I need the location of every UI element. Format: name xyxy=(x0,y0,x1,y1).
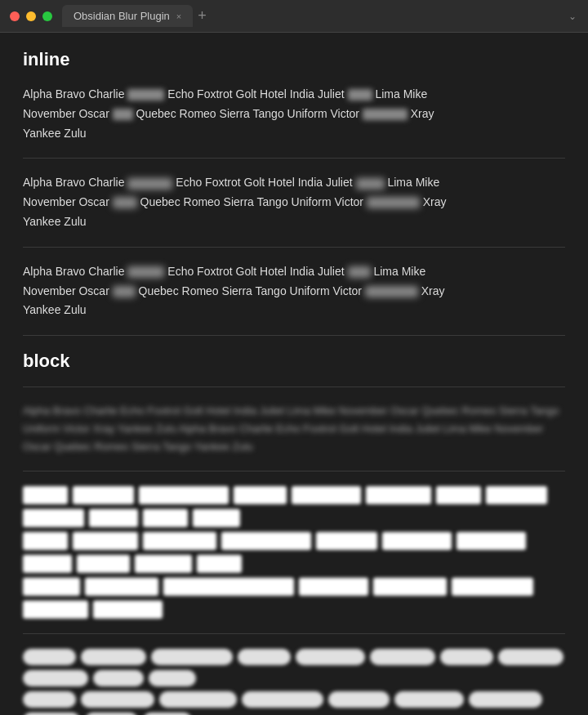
tab-close-icon[interactable]: × xyxy=(176,11,181,21)
blurred-block xyxy=(23,532,68,550)
text-segment: Echo Foxtrot Golt Hotel India Juliet xyxy=(167,87,347,101)
text-segment: Echo Foxtrot Golt Hotel India Juliet xyxy=(167,265,347,278)
blurred-block xyxy=(234,486,287,504)
rounded-blurred-block xyxy=(394,691,464,708)
text-segment: Alpha Bravo Charlie xyxy=(23,265,127,278)
minimize-button[interactable] xyxy=(26,11,36,21)
text-segment: November Oscar xyxy=(23,107,113,120)
block-section: block Alpha Bravo Charlie Echo Foxtrot G… xyxy=(23,351,565,715)
text-segment: Xray xyxy=(421,284,445,297)
text-segment: Yankee Zulu xyxy=(23,215,87,228)
blurred-block xyxy=(139,486,229,504)
blurred-segment xyxy=(113,197,137,208)
blurred-block xyxy=(135,555,192,573)
blurred-block xyxy=(23,601,88,619)
sharp-block-row-2 xyxy=(23,532,565,573)
blurred-text-block: Alpha Bravo Charlie Echo Foxtrot Golt Ho… xyxy=(23,402,565,456)
chevron-down-icon: ⌄ xyxy=(568,11,577,22)
rounded-blurred-block xyxy=(93,670,144,686)
blurred-segment xyxy=(127,178,172,190)
traffic-lights xyxy=(10,11,52,21)
main-content: inline Alpha Bravo Charlie Echo Foxtrot … xyxy=(0,33,588,715)
blurred-block xyxy=(221,532,311,550)
text-segment: November Oscar xyxy=(23,284,113,297)
rounded-block-row-2 xyxy=(23,691,565,715)
rounded-blurred-block xyxy=(81,691,154,708)
blurred-block xyxy=(452,578,533,596)
text-segment: Yankee Zulu xyxy=(23,127,87,140)
divider-5 xyxy=(23,471,565,471)
blurred-block xyxy=(163,578,294,596)
text-segment: Xray xyxy=(411,107,434,120)
blurred-block xyxy=(373,578,447,596)
blurred-block xyxy=(457,532,526,550)
blurred-segment xyxy=(127,89,164,101)
rounded-blurred-block xyxy=(23,670,88,686)
text-segment: Quebec Romeo Sierra Tango Uniform Victor xyxy=(140,195,367,208)
tab-bar: Obsidian Blur Plugin × + xyxy=(62,5,578,27)
blurred-segment xyxy=(113,286,136,297)
text-segment: Lima Mike xyxy=(373,265,425,278)
rounded-blurred-block xyxy=(238,649,291,665)
rounded-blurred-block xyxy=(242,691,323,708)
rounded-blurred-block xyxy=(149,670,196,686)
blurred-block xyxy=(73,486,134,504)
sharp-blocks-group xyxy=(23,486,565,619)
text-segment: Echo Foxtrot Golt Hotel India Juliet xyxy=(176,176,355,189)
rounded-blurred-block xyxy=(440,649,493,665)
blurred-block xyxy=(23,578,80,596)
paragraph-3-text: Alpha Bravo Charlie Echo Foxtrot Golt Ho… xyxy=(23,262,565,320)
close-button[interactable] xyxy=(10,11,20,21)
blurred-block xyxy=(89,509,138,527)
inline-section: inline Alpha Bravo Charlie Echo Foxtrot … xyxy=(23,49,565,336)
active-tab[interactable]: Obsidian Blur Plugin × xyxy=(62,5,193,27)
rounded-blurred-block xyxy=(81,649,146,665)
blurred-block xyxy=(77,555,130,573)
blurred-block xyxy=(366,486,431,504)
tab-add-icon[interactable]: + xyxy=(198,7,207,25)
blurred-block xyxy=(193,509,240,527)
blurred-block xyxy=(73,532,138,550)
blurred-block xyxy=(382,532,452,550)
paragraph-3: Alpha Bravo Charlie Echo Foxtrot Golt Ho… xyxy=(23,262,565,320)
block-title: block xyxy=(23,351,565,372)
blurred-block xyxy=(23,509,84,527)
maximize-button[interactable] xyxy=(42,11,52,21)
paragraph-2-text: Alpha Bravo Charlie Echo Foxtrot Golt Ho… xyxy=(23,173,565,231)
blurred-block xyxy=(486,486,547,504)
rounded-blurred-block xyxy=(23,691,76,708)
text-segment: Quebec Romeo Sierra Tango Uniform Victor xyxy=(139,284,365,297)
rounded-blurred-block xyxy=(159,691,237,708)
blurred-block xyxy=(143,509,188,527)
blurred-block xyxy=(292,486,361,504)
text-segment: Lima Mike xyxy=(375,87,427,101)
blurred-segment xyxy=(356,178,385,190)
blurred-segment xyxy=(113,109,133,120)
rounded-blurred-block xyxy=(370,649,435,665)
rounded-blurred-block xyxy=(498,649,564,665)
blurred-block xyxy=(197,555,242,573)
text-segment: Xray xyxy=(423,195,447,208)
blurred-segment xyxy=(348,266,371,278)
divider-4 xyxy=(23,387,565,387)
paragraph-1-text: Alpha Bravo Charlie Echo Foxtrot Golt Ho… xyxy=(23,85,565,143)
divider-1 xyxy=(23,158,565,159)
blurred-block xyxy=(23,555,72,573)
text-segment: November Oscar xyxy=(23,195,113,208)
blurred-block xyxy=(436,486,481,504)
blurred-block xyxy=(299,578,368,596)
blurred-block xyxy=(93,601,163,619)
rounded-block-row-1 xyxy=(23,649,565,686)
titlebar: Obsidian Blur Plugin × + ⌄ xyxy=(0,0,588,33)
rounded-blurred-block xyxy=(296,649,365,665)
rounded-blocks-group xyxy=(23,649,565,715)
rounded-blurred-block xyxy=(151,649,233,665)
blurred-block xyxy=(23,486,68,504)
tab-label: Obsidian Blur Plugin xyxy=(74,10,170,22)
sharp-block-row-3 xyxy=(23,578,565,619)
rounded-blurred-block xyxy=(328,691,390,708)
rounded-blurred-block xyxy=(469,691,542,708)
text-segment: Alpha Bravo Charlie xyxy=(23,87,127,101)
blurred-block xyxy=(316,532,377,550)
rounded-blurred-block xyxy=(23,649,76,665)
